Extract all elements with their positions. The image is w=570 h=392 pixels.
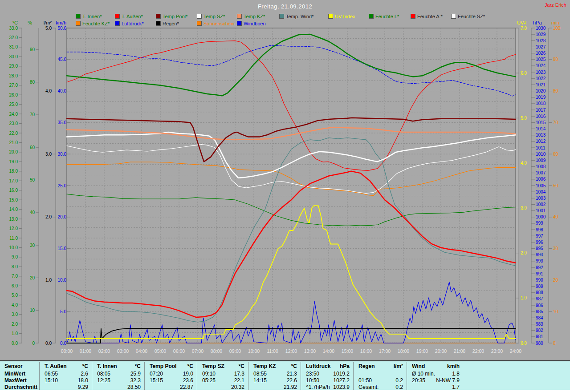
axis-tick-label-temp_c: 5.0: [12, 293, 18, 298]
axis-tick-label-sunshine: 20: [553, 278, 558, 283]
axis-tick-label-temp_c: 31.0: [9, 44, 18, 49]
axis-tick-label-temp_c: 33.0: [9, 26, 18, 31]
chart-plot-area[interactable]: [67, 28, 516, 343]
axis-tick-label-pressure: 1017: [536, 108, 546, 113]
table-col-unit-t-innen: °C: [114, 363, 141, 369]
axis-tick-label-temp_c: 20.0: [9, 150, 18, 154]
axis-tick-label-pressure: 994: [536, 252, 543, 257]
axis-tick-label-humidity: 50: [30, 178, 35, 182]
x-axis-label: 06:00: [173, 348, 185, 354]
x-axis-label: 24:00: [510, 348, 521, 354]
table-row-label-maxwert: MaxWert: [4, 377, 27, 384]
axis-tick-label-pressure: 1015: [536, 120, 546, 125]
axis-tick-label-pressure: 987: [536, 296, 543, 301]
axis-tick-label-pressure: 1006: [536, 177, 546, 182]
x-axis-label: 07:00: [192, 348, 204, 354]
axis-title-wind: km/h: [56, 20, 66, 25]
table-col-unit-temp-sz: °C: [218, 363, 244, 369]
table-min-value-t-innen: 25.9: [101, 371, 141, 377]
axis-tick-label-temp_c: 18.0: [9, 169, 18, 174]
axis-tick-label-uv: 5.0: [521, 116, 527, 121]
axis-tick-label-humidity: 30: [30, 243, 35, 248]
axis-tick-label-pressure: 1013: [536, 133, 546, 137]
axis-tick-label-pressure: 992: [536, 265, 543, 270]
table-bottom-strip: [0, 390, 570, 392]
x-axis-label: 20:00: [435, 348, 447, 354]
axis-tick-label-uv: 4.0: [521, 161, 527, 166]
table-max-value-temp-sz: 22.1: [204, 377, 244, 384]
axis-tick-label-sunshine: 80: [553, 89, 558, 93]
axis-tick-label-sunshine: 90: [553, 57, 558, 62]
axis-tick-label-pressure: 984: [536, 315, 543, 320]
axis-tick-label-pressure: 999: [536, 221, 543, 226]
axis-tick-label-temp_c: 4.0: [12, 303, 18, 307]
axis-tick-label-wind: 5.0: [60, 309, 66, 314]
x-axis-label: 09:00: [229, 348, 241, 354]
axis-tick-label-pressure: 1000: [536, 214, 546, 219]
axis-tick-label-wind: 25.0: [58, 183, 67, 188]
table-avg-value-temp-kz: 21.92: [257, 384, 297, 390]
axis-tick-label-pressure: 1001: [536, 208, 546, 213]
axis-tick-label-sunshine: 70: [553, 120, 558, 125]
axis-tick-label-pressure: 983: [536, 322, 543, 327]
axis-tick-label-wind: 20.0: [58, 214, 67, 219]
axis-tick-label-temp_c: 12.0: [9, 226, 18, 231]
table-row-label-sensor: Sensor: [4, 363, 23, 369]
axis-tick-label-temp_c: 13.0: [9, 217, 18, 222]
table-min-value-temp-pool: 19.0: [153, 371, 193, 377]
axis-tick-label-pressure: 980: [536, 341, 543, 346]
axis-tick-label-rain: 2.0: [45, 214, 52, 219]
axis-tick-label-humidity: 0: [32, 341, 35, 346]
x-axis-label: 18:00: [398, 348, 409, 354]
axis-tick-label-pressure: 1018: [536, 101, 546, 106]
axis-tick-label-pressure: 1028: [536, 38, 546, 43]
x-axis-label: 15:00: [342, 348, 353, 354]
axis-tick-label-temp_c: 8.0: [12, 264, 18, 269]
x-axis-label: 12:00: [285, 348, 297, 354]
table-separator: [353, 362, 354, 390]
axis-tick-label-humidity: 10: [30, 308, 35, 313]
axis-tick-label-uv: 6.0: [521, 71, 527, 76]
axis-tick-label-sunshine: 50: [553, 183, 558, 188]
axis-tick-label-rain: 5.0: [45, 26, 52, 31]
x-axis-label: 17:00: [379, 348, 391, 354]
axis-tick-label-pressure: 1023: [536, 70, 546, 75]
x-axis-label: 21:00: [454, 348, 465, 354]
axis-tick-label-uv: 0.0: [521, 341, 527, 346]
axis-tick-label-pressure: 1029: [536, 32, 546, 37]
axis-tick-label-temp_c: 16.0: [9, 188, 18, 193]
axis-tick-label-sunshine: 10: [553, 309, 558, 314]
x-axis-label: 03:00: [117, 348, 129, 354]
x-axis-label: 04:00: [136, 348, 147, 354]
table-col-unit-regen: l/m²: [376, 363, 403, 369]
axis-tick-label-pressure: 1030: [536, 26, 546, 31]
table-max-value-wind: N-NW 7.9: [419, 377, 460, 384]
axis-tick-label-humidity: 20: [30, 275, 35, 280]
axis-tick-label-pressure: 1010: [536, 152, 546, 157]
axis-tick-label-pressure: 1008: [536, 164, 546, 169]
axis-tick-label-temp_c: 14.0: [9, 207, 18, 212]
axis-tick-label-uv: 2.0: [521, 251, 527, 255]
axis-tick-label-temp_c: 28.0: [9, 73, 18, 78]
x-axis-label: 23:00: [491, 348, 503, 354]
axis-tick-label-sunshine: 100: [553, 26, 561, 31]
axis-tick-label-humidity: 60: [30, 145, 35, 150]
axis-tick-label-rain: 4.0: [45, 89, 52, 93]
axis-tick-label-pressure: 1011: [536, 145, 546, 150]
axis-tick-label-rain: 0.0: [45, 341, 52, 346]
table-min-value-temp-sz: 17.3: [204, 371, 244, 377]
axis-tick-label-temp_c: 9.0: [12, 255, 18, 259]
axis-tick-label-uv: 7.0: [521, 26, 527, 31]
axis-tick-label-pressure: 985: [536, 309, 543, 314]
axis-tick-label-pressure: 982: [536, 328, 543, 333]
axis-tick-label-temp_c: 2.0: [12, 322, 18, 327]
table-col-unit-temp-pool: °C: [167, 363, 193, 369]
axis-tick-label-pressure: 1007: [536, 170, 546, 175]
x-axis-label: 19:00: [416, 348, 428, 354]
table-separator: [144, 362, 145, 390]
axis-tick-label-wind: 0.0: [60, 341, 66, 346]
table-max-value-temp-pool: 23.6: [153, 377, 193, 384]
axis-tick-label-sunshine: 0: [553, 341, 556, 346]
axis-tick-label-pressure: 1021: [536, 82, 546, 87]
axis-tick-label-wind: 50.0: [58, 26, 67, 31]
